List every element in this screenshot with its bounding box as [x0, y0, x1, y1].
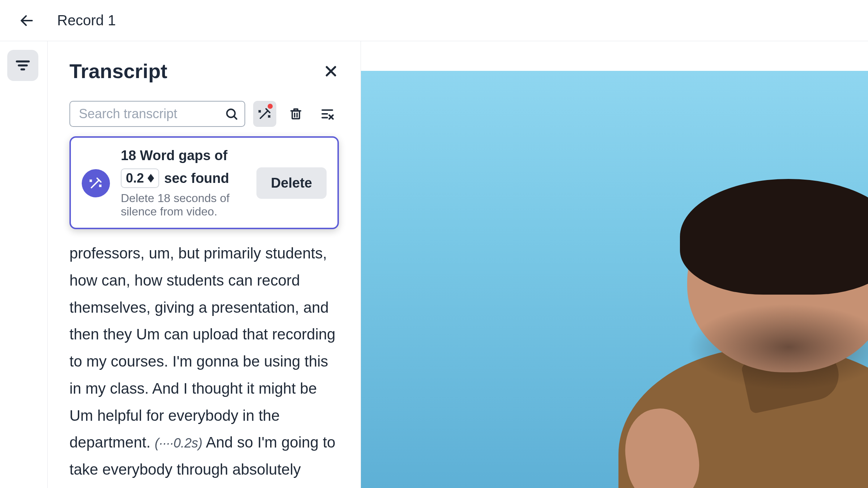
word-gaps-card: 18 Word gaps of 0.2 sec found Delete 18 …: [69, 136, 339, 229]
delete-gaps-button[interactable]: Delete: [256, 167, 327, 199]
svg-rect-8: [292, 111, 299, 119]
svg-line-7: [234, 116, 237, 119]
arrow-left-icon: [19, 13, 35, 29]
gap-threshold-value: 0.2: [126, 171, 144, 186]
clear-list-button[interactable]: [316, 101, 339, 127]
gap-marker: (····0.2s): [155, 436, 203, 450]
transcript-toolbar: [69, 101, 339, 127]
stepper-arrows-icon: [148, 174, 154, 183]
transcript-body[interactable]: professors, um, but primarily students, …: [69, 240, 339, 488]
wand-badge: [82, 169, 110, 197]
close-transcript-button[interactable]: [323, 63, 339, 79]
card-text: 18 Word gaps of 0.2 sec found Delete 18 …: [121, 148, 246, 218]
close-icon: [324, 64, 338, 78]
gaps-count-label: 18 Word gaps of: [121, 148, 227, 163]
gaps-unit-label: sec found: [164, 171, 229, 186]
search-button[interactable]: [224, 107, 239, 121]
main-area: Transcript: [0, 41, 868, 488]
search-wrap: [69, 101, 245, 127]
magic-wand-icon: [88, 176, 103, 191]
transcript-text: professors, um, but primarily students, …: [69, 245, 335, 451]
search-icon: [225, 107, 238, 120]
filter-button[interactable]: [7, 50, 38, 81]
list-x-icon: [320, 106, 335, 121]
transcript-pane: Transcript: [48, 41, 361, 488]
left-rail: [0, 41, 48, 488]
gap-threshold-stepper[interactable]: 0.2: [121, 168, 159, 188]
video-preview[interactable]: [361, 71, 868, 488]
svg-marker-16: [148, 174, 154, 178]
back-button[interactable]: [18, 12, 35, 29]
app-header: Record 1: [0, 0, 868, 41]
filter-icon: [15, 57, 31, 73]
card-subtitle: Delete 18 seconds of silence from video.: [121, 192, 246, 218]
trash-icon: [289, 107, 303, 121]
page-title: Record 1: [57, 12, 116, 29]
delete-transcript-button[interactable]: [284, 101, 307, 127]
magic-wand-button[interactable]: [253, 101, 276, 127]
transcript-title: Transcript: [69, 59, 167, 83]
transcript-header: Transcript: [69, 59, 339, 83]
card-headline: 18 Word gaps of 0.2 sec found: [121, 148, 246, 188]
search-input[interactable]: [69, 101, 245, 127]
person-illustration: [644, 192, 868, 488]
svg-marker-17: [148, 178, 154, 183]
